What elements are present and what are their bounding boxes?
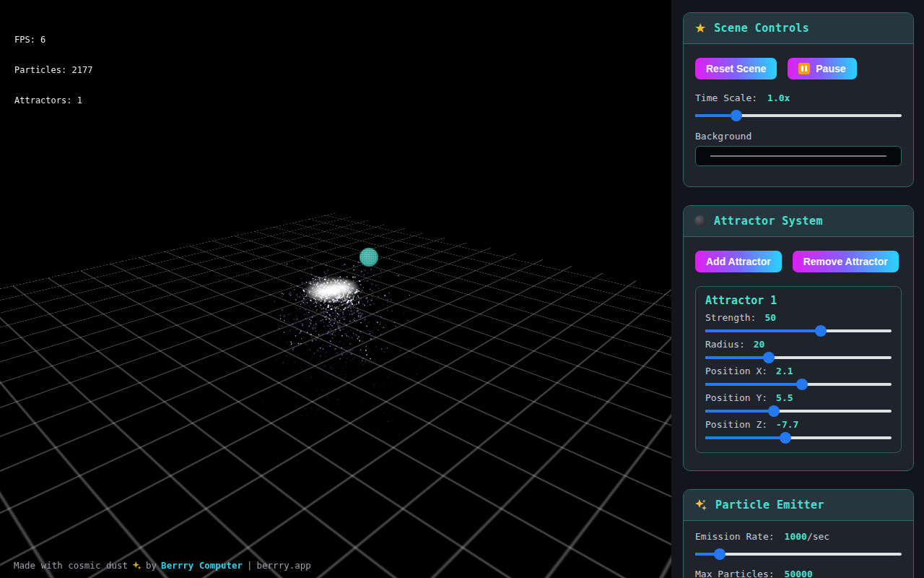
background-label: Background (695, 131, 902, 142)
strength-param: Strength:50 (705, 313, 892, 337)
attractor-system-body: Add Attractor Remove Attractor Attractor… (684, 237, 913, 470)
position-y-value: 5.5 (776, 392, 793, 403)
add-attractor-button[interactable]: Add Attractor (695, 251, 782, 272)
3d-viewport[interactable]: FPS: 6 Particles: 2177 Attractors: 1 Mad… (0, 0, 671, 578)
position-y-param: Position Y:5.5 (705, 393, 892, 417)
emission-rate-suffix: /sec (807, 531, 829, 542)
max-particles-label: Max Particles:50000 (695, 569, 902, 578)
radius-label: Radius:20 (705, 340, 892, 350)
position-z-value: -7.7 (776, 419, 798, 430)
particle-counter: Particles: 2177 (14, 65, 92, 75)
slider-thumb[interactable] (731, 110, 742, 121)
position-x-value: 2.1 (776, 366, 793, 376)
control-sidebar: ★ Scene Controls Reset Scene Pause Time … (671, 0, 924, 578)
reset-scene-label: Reset Scene (706, 63, 766, 74)
add-attractor-label: Add Attractor (706, 256, 771, 267)
background-color-picker[interactable] (695, 146, 902, 166)
position-z-text: Position Z: (705, 419, 767, 430)
pause-icon (798, 63, 810, 74)
position-z-slider[interactable] (705, 432, 892, 444)
strength-slider[interactable] (705, 325, 892, 337)
slider-thumb[interactable] (768, 405, 780, 417)
radius-text: Radius: (705, 339, 745, 350)
radius-slider[interactable] (705, 352, 892, 363)
credit-by: by (146, 560, 157, 571)
slider-thumb[interactable] (815, 325, 827, 337)
star-icon: ★ (694, 22, 706, 35)
slider-track[interactable] (695, 553, 902, 556)
credit-text: Made with cosmic dust (14, 560, 128, 571)
slider-fill (705, 356, 769, 359)
slider-fill (705, 436, 785, 439)
stats-hud: FPS: 6 Particles: 2177 Attractors: 1 (14, 14, 92, 126)
position-z-label: Position Z:-7.7 (705, 420, 892, 430)
emission-rate-slider[interactable] (695, 548, 902, 560)
fps-counter: FPS: 6 (14, 35, 92, 45)
attractor-1-panel: Attractor 1 Strength:50 Radius:20 (695, 286, 902, 453)
max-particles-value: 50000 (785, 569, 813, 578)
position-x-slider[interactable] (705, 379, 892, 390)
scene-controls-title: Scene Controls (714, 22, 809, 35)
emission-rate-label: Emission Rate:1000/sec (695, 531, 902, 542)
pause-label: Pause (816, 63, 845, 74)
position-x-param: Position X:2.1 (705, 366, 892, 390)
slider-thumb[interactable] (796, 379, 808, 390)
emission-rate-text: Emission Rate: (695, 531, 775, 542)
max-particles-text: Max Particles: (695, 569, 775, 578)
particle-emitter-title: Particle Emitter (715, 499, 824, 512)
radius-value: 20 (754, 339, 765, 350)
color-swatch-line (710, 155, 886, 157)
position-y-text: Position Y: (705, 392, 767, 403)
attractor-counter: Attractors: 1 (14, 95, 92, 105)
position-x-label: Position X:2.1 (705, 366, 892, 376)
scene-controls-card: ★ Scene Controls Reset Scene Pause Time … (683, 12, 914, 187)
slider-fill (705, 329, 821, 332)
emission-rate-value: 1000 (785, 531, 807, 542)
time-scale-slider[interactable] (695, 110, 902, 121)
attractor-system-title: Attractor System (714, 215, 823, 228)
attractor-system-card: Attractor System Add Attractor Remove At… (683, 205, 914, 471)
attractor-1-title: Attractor 1 (705, 294, 892, 307)
slider-thumb[interactable] (780, 432, 791, 444)
strength-text: Strength: (705, 312, 756, 323)
particle-emitter-body: Emission Rate:1000/sec Max Particles:500… (684, 521, 913, 578)
particle-canvas[interactable] (0, 0, 671, 578)
credit-divider: | (247, 560, 253, 571)
slider-thumb[interactable] (714, 548, 725, 560)
position-y-label: Position Y:5.5 (705, 393, 892, 403)
reset-scene-button[interactable]: Reset Scene (695, 58, 777, 79)
strength-label: Strength:50 (705, 313, 892, 323)
position-y-slider[interactable] (705, 405, 892, 417)
time-scale-label: Time Scale:1.0x (695, 92, 902, 103)
particle-emitter-card: Particle Emitter Emission Rate:1000/sec … (683, 489, 914, 578)
pause-button[interactable]: Pause (788, 58, 856, 79)
position-x-text: Position X: (705, 366, 767, 376)
particle-emitter-header: Particle Emitter (684, 490, 913, 521)
remove-attractor-button[interactable]: Remove Attractor (793, 251, 899, 272)
remove-attractor-label: Remove Attractor (803, 256, 888, 267)
time-scale-value: 1.0x (767, 92, 790, 103)
scene-controls-body: Reset Scene Pause Time Scale:1.0x Backgr… (684, 44, 913, 186)
attractor-system-header: Attractor System (684, 206, 913, 237)
slider-fill (705, 383, 802, 386)
moon-icon (694, 215, 706, 227)
sparkle-icon (132, 561, 141, 570)
position-z-param: Position Z:-7.7 (705, 420, 892, 444)
site-text: berrry.app (257, 560, 311, 571)
credit-footer: Made with cosmic dust by Berrry Computer… (14, 560, 311, 571)
scene-controls-header: ★ Scene Controls (684, 13, 913, 44)
sparkles-icon (694, 499, 707, 512)
slider-fill (705, 410, 774, 413)
brand-link[interactable]: Berrry Computer (161, 560, 243, 571)
time-scale-text: Time Scale: (695, 92, 757, 103)
radius-param: Radius:20 (705, 340, 892, 363)
slider-thumb[interactable] (763, 352, 775, 363)
strength-value: 50 (764, 312, 776, 323)
